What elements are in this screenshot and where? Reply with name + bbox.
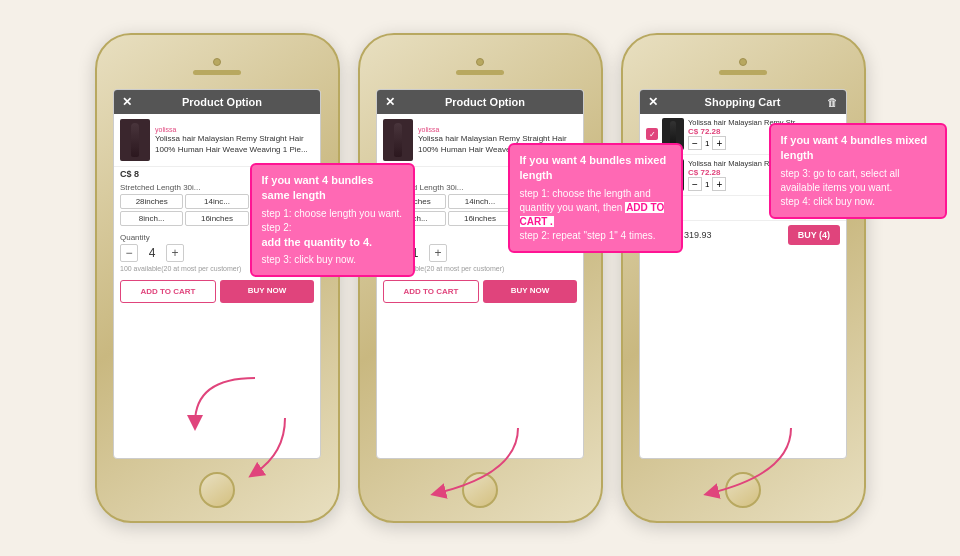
add-to-cart-button-2[interactable]: ADD TO CART [383, 280, 479, 303]
size-btn-2[interactable]: 8inch... [383, 211, 446, 226]
cart-qty-plus-2[interactable]: + [712, 177, 726, 191]
size-grid-1: 28inches 14inc... 30inches 8inch... 16in… [120, 194, 314, 226]
phone1-wrapper: ✕ Product Option yolissa Yolissa hair Ma… [95, 33, 340, 523]
action-btns-1: ADD TO CART BUY NOW [114, 275, 320, 308]
cart-thumb-2 [662, 159, 684, 191]
cart-checkbox-1[interactable] [646, 128, 658, 140]
qty-label-2: Quantity [383, 233, 577, 242]
close-icon[interactable]: ✕ [122, 95, 132, 109]
size-section-2: Stretched Length 30i... 28inches 14inch.… [377, 181, 583, 231]
qty-minus-btn[interactable]: − [120, 244, 138, 262]
cart-item-name-2: Yolissa hair Malaysian Remy Str... [688, 159, 840, 168]
trash-icon[interactable]: 🗑 [827, 96, 838, 108]
qty-plus-btn-2[interactable]: + [429, 244, 447, 262]
qty-section-2: Quantity − 1 + [377, 231, 583, 264]
size-btn-2[interactable]: 26inch... [514, 211, 577, 226]
screen2-header: ✕ Product Option [377, 90, 583, 114]
qty-row-2: − 1 + [383, 244, 577, 262]
phone1-camera [213, 58, 221, 66]
phone3-bottom [623, 459, 864, 521]
phone2-bottom [360, 459, 601, 521]
size-btn[interactable]: 28inches [120, 194, 183, 209]
size-btn-selected[interactable]: 30inches [251, 194, 314, 209]
close-icon-3[interactable]: ✕ [648, 95, 658, 109]
action-btns-2: ADD TO CART BUY NOW [377, 275, 583, 308]
phone1-home-button[interactable] [199, 472, 235, 508]
phone1: ✕ Product Option yolissa Yolissa hair Ma… [95, 33, 340, 523]
product-row-1: yolissa Yolissa hair Malaysian Remy Stra… [114, 114, 320, 167]
qty-section-1: Quantity − 4 + [114, 231, 320, 264]
cart-item-qty-2: − 1 + [688, 177, 840, 191]
cart-item-1: Yolissa hair Malaysian Remy Str... C$ 72… [640, 114, 846, 155]
phone1-speaker [193, 70, 241, 75]
price-1: C$ 8 [114, 167, 320, 181]
size-btn[interactable]: 26inch... [251, 211, 314, 226]
brand-2: yolissa [418, 125, 577, 134]
cart-item-price-1: C$ 72.28 [688, 127, 840, 136]
phone3-top [623, 35, 864, 89]
phone3: ✕ Shopping Cart 🗑 Yolissa hair Malaysian… [621, 33, 866, 523]
add-to-cart-button-1[interactable]: ADD TO CART [120, 280, 216, 303]
stock-note-2: 100 available(20 at most per customer) [377, 264, 583, 273]
screen3-header: ✕ Shopping Cart 🗑 [640, 90, 846, 114]
product-info-2: yolissa Yolissa hair Malaysian Remy Stra… [418, 125, 577, 155]
screen1-title: Product Option [182, 96, 262, 108]
qty-label-1: Quantity [120, 233, 314, 242]
buy-now-button-1[interactable]: BUY NOW [220, 280, 314, 303]
cart-checkbox-2[interactable] [646, 169, 658, 181]
product-thumb-1 [120, 119, 150, 161]
cart-item-info-2: Yolissa hair Malaysian Remy Str... C$ 72… [688, 159, 840, 191]
phone3-wrapper: ✕ Shopping Cart 🗑 Yolissa hair Malaysian… [621, 33, 866, 523]
cart-item-name-1: Yolissa hair Malaysian Remy Str... [688, 118, 840, 127]
cart-qty-plus-1[interactable]: + [712, 136, 726, 150]
cart-qty-minus-2[interactable]: − [688, 177, 702, 191]
cart-total-label: Total: C$ 319.93 [646, 230, 712, 240]
stretched-label-2: Stretched Length 30i... [383, 183, 577, 192]
cart-qty-minus-1[interactable]: − [688, 136, 702, 150]
cart-thumb-1 [662, 118, 684, 150]
buy-cart-button[interactable]: BUY (4) [788, 225, 840, 245]
phone1-bottom [97, 459, 338, 521]
size-btn-2[interactable]: 30inches [514, 194, 577, 209]
qty-plus-btn[interactable]: + [166, 244, 184, 262]
size-grid-2: 28inches 14inch... 30inches 8inch... 16i… [383, 194, 577, 226]
size-btn-2[interactable]: 16inches [448, 211, 511, 226]
product-row-2: yolissa Yolissa hair Malaysian Remy Stra… [377, 114, 583, 167]
phone2-home-button[interactable] [462, 472, 498, 508]
cart-hair-2 [670, 162, 676, 188]
stretched-label-1: Stretched Length 30i... [120, 183, 314, 192]
cart-qty-val-2: 1 [705, 180, 709, 189]
cart-item-qty-1: − 1 + [688, 136, 840, 150]
close-icon-2[interactable]: ✕ [385, 95, 395, 109]
phone1-screen: ✕ Product Option yolissa Yolissa hair Ma… [113, 89, 321, 459]
qty-value-2: 1 [407, 246, 423, 260]
cart-item-info-1: Yolissa hair Malaysian Remy Str... C$ 72… [688, 118, 840, 150]
phone1-top [97, 35, 338, 89]
size-note: 24inches [640, 205, 846, 218]
price-2: C$ 87 [377, 167, 583, 181]
scene: ✕ Product Option yolissa Yolissa hair Ma… [0, 0, 960, 556]
size-btn[interactable]: 16inches [185, 211, 248, 226]
screen3-title: Shopping Cart [705, 96, 781, 108]
stock-note-1: 100 available(20 at most per customer) [114, 264, 320, 273]
phone3-screen: ✕ Shopping Cart 🗑 Yolissa hair Malaysian… [639, 89, 847, 459]
qty-minus-btn-2[interactable]: − [383, 244, 401, 262]
phone3-home-button[interactable] [725, 472, 761, 508]
cart-qty-val-1: 1 [705, 139, 709, 148]
phone2-speaker [456, 70, 504, 75]
buy-now-button-2[interactable]: BUY NOW [483, 280, 577, 303]
size-btn-2[interactable]: 28inches [383, 194, 446, 209]
cart-total-row: Total: C$ 319.93 BUY (4) [640, 220, 846, 249]
screen1-header: ✕ Product Option [114, 90, 320, 114]
qty-value-1: 4 [144, 246, 160, 260]
size-btn-2[interactable]: 14inch... [448, 194, 511, 209]
size-btn[interactable]: 8inch... [120, 211, 183, 226]
cart-item-2: Yolissa hair Malaysian Remy Str... C$ 72… [640, 155, 846, 196]
cart-item-price-2: C$ 72.28 [688, 168, 840, 177]
product-thumb-2 [383, 119, 413, 161]
phone2-camera [476, 58, 484, 66]
phone2-screen: ✕ Product Option yolissa Yolissa hair Ma… [376, 89, 584, 459]
size-btn[interactable]: 14inc... [185, 194, 248, 209]
phone3-speaker [719, 70, 767, 75]
phone2-wrapper: ✕ Product Option yolissa Yolissa hair Ma… [358, 33, 603, 523]
